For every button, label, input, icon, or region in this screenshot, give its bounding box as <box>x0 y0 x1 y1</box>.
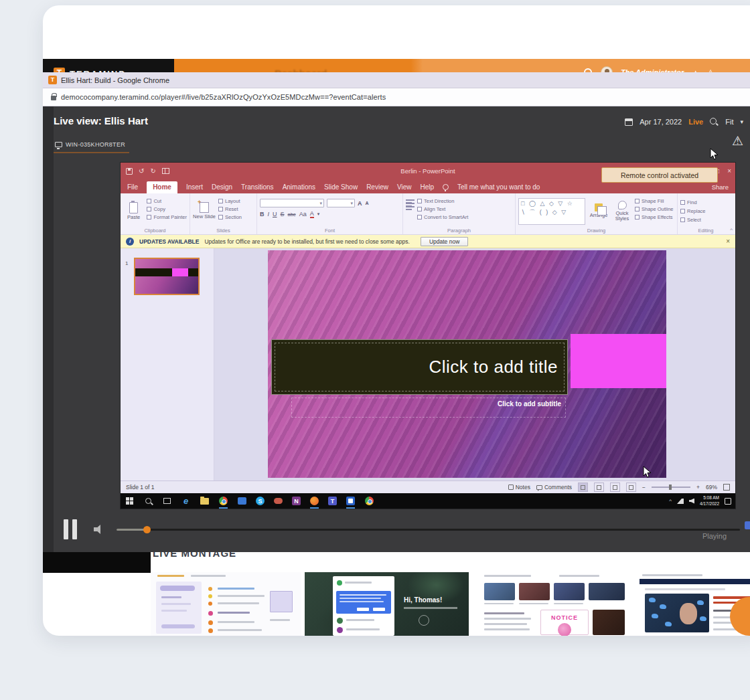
update-now-button[interactable]: Update now <box>421 237 468 246</box>
section-button[interactable]: Section <box>218 214 242 220</box>
action-center-icon[interactable] <box>725 498 731 505</box>
italic-button[interactable]: I <box>268 211 270 217</box>
onenote-icon[interactable]: N <box>292 497 301 505</box>
chrome-icon[interactable] <box>364 496 374 506</box>
tab-transitions[interactable]: Transitions <box>241 183 274 193</box>
seek-bar[interactable] <box>117 529 740 531</box>
comments-button[interactable]: Comments <box>536 484 572 491</box>
machine-tab[interactable]: WIN-035KHOR8TER <box>54 141 129 153</box>
tray-chevron-icon[interactable]: ^ <box>669 498 672 504</box>
font-size-select[interactable]: ▾ <box>327 199 355 207</box>
skype-icon[interactable]: S <box>256 497 265 505</box>
speaker-icon[interactable] <box>94 525 104 534</box>
shape-fill-button[interactable]: Shape Fill <box>635 198 674 204</box>
reset-button[interactable]: Reset <box>218 206 242 212</box>
collapse-ribbon-icon[interactable]: ^ <box>730 227 733 233</box>
notes-button[interactable]: Notes <box>508 484 530 491</box>
font-color-caret[interactable]: ▾ <box>317 211 320 217</box>
montage-thumb-news-grid[interactable]: NOTICE <box>479 572 629 636</box>
cloud-app-icon[interactable] <box>273 496 283 506</box>
date-picker[interactable]: Apr 17, 2022 <box>640 118 682 126</box>
tab-home[interactable]: Home <box>147 181 177 193</box>
arrange-button[interactable]: Arrange <box>588 196 609 226</box>
quick-styles-button[interactable]: Quick Styles <box>612 196 632 226</box>
select-button[interactable]: Select <box>680 217 706 223</box>
close-button[interactable]: × <box>727 167 731 175</box>
tab-help[interactable]: Help <box>420 183 434 193</box>
clear-formatting-button[interactable]: abc <box>288 211 296 217</box>
alert-triangle-icon[interactable]: ⚠ <box>732 133 743 149</box>
live-badge[interactable]: Live <box>688 118 703 126</box>
shape-outline-button[interactable]: Shape Outline <box>635 206 674 212</box>
slideshow-view-button[interactable] <box>626 483 636 492</box>
change-case-button[interactable]: Aa <box>299 211 307 217</box>
calendar-icon[interactable] <box>625 118 633 126</box>
format-painter-button[interactable]: Format Painter <box>147 214 187 220</box>
tray-clock[interactable]: 5:08 AM 4/17/2022 <box>700 495 719 507</box>
magnifier-icon[interactable] <box>710 118 719 126</box>
share-button[interactable]: Share <box>712 183 729 191</box>
normal-view-button[interactable] <box>578 483 588 492</box>
slide-editing-area[interactable]: Click to add title Click to add subtitle <box>268 250 666 478</box>
chrome-titlebar[interactable]: T Ellis Hart: Build - Google Chrome <box>43 72 750 88</box>
pause-button[interactable] <box>64 519 78 539</box>
chrome-url-bar[interactable]: demococompany.teramind.co/player#/live/b… <box>43 88 750 106</box>
tell-me-box[interactable]: Tell me what you want to do <box>457 183 540 193</box>
remote-desktop-screen[interactable]: ↺ ↻ Berlin - PowerPoint – □ × File <box>121 163 735 509</box>
slide-canvas[interactable]: Click to add title Click to add subtitle <box>214 248 735 480</box>
title-placeholder-box[interactable]: Click to add title <box>271 339 568 395</box>
url-text[interactable]: demococompany.teramind.co/player#/live/b… <box>61 93 386 101</box>
font-family-select[interactable]: ▾ <box>260 199 324 207</box>
montage-thumb-chat[interactable]: Hi, Thomas! <box>305 572 469 636</box>
banner-close-icon[interactable]: × <box>726 238 730 245</box>
slide-sorter-view-button[interactable] <box>594 483 604 492</box>
shape-gallery[interactable]: □ ◯ △ ◇ ▽ ☆ ∖ ⌒ ( ) ◇ ▽ <box>518 198 585 225</box>
font-color-button[interactable]: A <box>310 210 314 218</box>
replace-button[interactable]: Replace <box>680 208 706 214</box>
underline-button[interactable]: U <box>273 211 277 217</box>
shape-effects-button[interactable]: Shape Effects <box>635 214 674 220</box>
teams-icon[interactable]: T <box>328 497 337 505</box>
firefox-icon[interactable] <box>309 496 319 506</box>
tab-file[interactable]: File <box>127 183 138 193</box>
copy-button[interactable]: Copy <box>147 206 187 212</box>
volume-icon[interactable] <box>689 499 694 504</box>
zoom-in-button[interactable]: + <box>696 484 700 491</box>
tab-insert[interactable]: Insert <box>186 183 203 193</box>
tab-review[interactable]: Review <box>366 183 388 193</box>
task-view-icon[interactable] <box>162 496 172 506</box>
smartart-button[interactable]: Convert to SmartArt <box>417 214 468 220</box>
zoom-slider[interactable] <box>652 487 690 488</box>
network-icon[interactable] <box>677 499 684 504</box>
paste-button[interactable]: Paste <box>123 196 144 226</box>
slide-thumbnail[interactable] <box>134 258 200 295</box>
chevron-down-icon[interactable]: ▾ <box>740 118 743 125</box>
zoom-value[interactable]: 69% <box>706 484 717 491</box>
find-button[interactable]: Find <box>680 199 706 205</box>
tab-view[interactable]: View <box>397 183 412 193</box>
fit-slide-icon[interactable] <box>723 484 730 491</box>
tab-design[interactable]: Design <box>212 183 232 193</box>
zoom-out-button[interactable]: − <box>642 484 646 491</box>
start-button[interactable] <box>125 496 135 506</box>
slide-thumbnail-panel[interactable]: 1 <box>121 248 214 480</box>
lock-icon[interactable] <box>51 96 56 100</box>
align-text-button[interactable]: Align Text <box>417 206 468 212</box>
tab-animations[interactable]: Animations <box>283 183 315 193</box>
layout-button[interactable]: Layout <box>218 198 242 204</box>
file-explorer-icon[interactable] <box>200 496 210 506</box>
taskbar-search-icon[interactable] <box>143 496 153 506</box>
seek-handle[interactable] <box>143 526 151 533</box>
browser-icon-1[interactable] <box>218 496 228 506</box>
zoom-mode-dropdown[interactable]: Fit <box>725 118 733 126</box>
internet-explorer-icon[interactable]: e <box>181 496 191 506</box>
photos-app-icon[interactable] <box>346 496 356 506</box>
mail-app-icon[interactable] <box>237 496 247 506</box>
new-slide-button[interactable]: New Slide <box>193 196 216 226</box>
fullscreen-button-clipped[interactable] <box>745 521 750 529</box>
subtitle-placeholder-box[interactable]: Click to add subtitle <box>291 398 566 418</box>
tab-slide-show[interactable]: Slide Show <box>324 183 358 193</box>
cut-button[interactable]: Cut <box>147 198 187 204</box>
text-direction-button[interactable]: Text Direction <box>417 198 468 204</box>
reading-view-button[interactable] <box>610 483 620 492</box>
